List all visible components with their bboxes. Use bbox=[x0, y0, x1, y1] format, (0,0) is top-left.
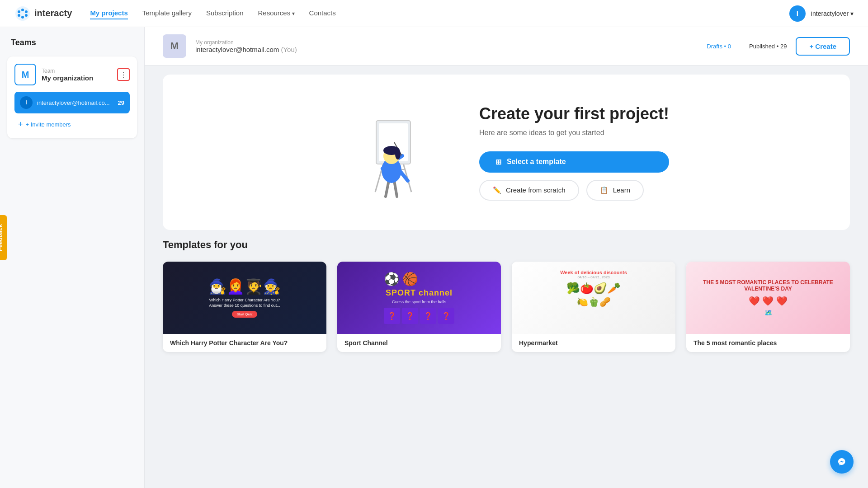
plus-icon: + bbox=[18, 120, 23, 129]
svg-point-0 bbox=[15, 6, 30, 21]
learn-button[interactable]: 📋 Learn bbox=[586, 180, 644, 201]
select-template-button[interactable]: ⊞ Select a template bbox=[479, 151, 669, 173]
create-button[interactable]: + Create bbox=[796, 37, 850, 56]
user-name-dropdown[interactable]: interactylover ▾ bbox=[811, 10, 854, 17]
template-name-hp: Which Harry Potter Character Are You? bbox=[163, 334, 326, 352]
nav-links: My projects Template gallery Subscriptio… bbox=[90, 7, 789, 19]
templates-section: Templates for you 🧙‍♂️👩‍🦰🧑‍🎓🧙 Which Harr… bbox=[145, 239, 868, 370]
hero-illustration bbox=[344, 102, 443, 203]
pencil-icon: ✏️ bbox=[493, 186, 501, 194]
member-count: 29 bbox=[118, 99, 124, 106]
secondary-buttons: ✏️ Create from scratch 📋 Learn bbox=[479, 180, 669, 201]
template-icon: ⊞ bbox=[495, 158, 501, 166]
main-layout: Teams M Team My organization ⋮ I interac… bbox=[0, 27, 868, 488]
invite-members-button[interactable]: + + Invite members bbox=[14, 118, 130, 131]
team-name: My organization bbox=[42, 74, 93, 82]
svg-point-1 bbox=[18, 10, 20, 13]
template-card-sport[interactable]: ⚽ 🏀 SPORT channel Guess the sport from t… bbox=[337, 262, 501, 352]
hero-title: Create your first project! bbox=[479, 104, 669, 123]
hero-subtitle: Here are some ideas to get you started bbox=[479, 129, 669, 137]
logo-text: interacty bbox=[34, 8, 72, 19]
template-thumb-romantic: THE 5 MOST ROMANTIC PLACES TO CELEBRATE … bbox=[686, 262, 850, 334]
template-thumb-hp: 🧙‍♂️👩‍🦰🧑‍🎓🧙 Which Harry Potter Character… bbox=[163, 262, 326, 334]
svg-point-3 bbox=[25, 10, 28, 13]
messenger-button[interactable] bbox=[830, 450, 854, 474]
navbar: interacty My projects Template gallery S… bbox=[0, 0, 868, 27]
template-name-sport: Sport Channel bbox=[337, 334, 501, 352]
messenger-icon bbox=[836, 456, 848, 468]
templates-title: Templates for you bbox=[163, 239, 850, 251]
team-label: Team bbox=[42, 68, 93, 74]
drafts-stat[interactable]: Drafts • 0 bbox=[707, 42, 731, 50]
sidebar-title: Teams bbox=[7, 38, 137, 47]
svg-point-2 bbox=[21, 9, 24, 11]
templates-grid: 🧙‍♂️👩‍🦰🧑‍🎓🧙 Which Harry Potter Character… bbox=[163, 262, 850, 352]
nav-resources[interactable]: Resources bbox=[258, 7, 295, 19]
org-avatar: M bbox=[163, 34, 186, 58]
member-email: interactylover@hotmail.co... bbox=[37, 99, 113, 106]
member-avatar: I bbox=[20, 96, 33, 109]
template-thumb-hyper: Week of delicious discounts 04/16 – 04/2… bbox=[512, 262, 675, 334]
template-card-hypermarket[interactable]: Week of delicious discounts 04/16 – 04/2… bbox=[512, 262, 675, 352]
template-card-romantic[interactable]: THE 5 MOST ROMANTIC PLACES TO CELEBRATE … bbox=[686, 262, 850, 352]
nav-contacts[interactable]: Contacts bbox=[309, 7, 336, 19]
navbar-right: I interactylover ▾ bbox=[789, 5, 854, 22]
template-name-hypermarket: Hypermarket bbox=[512, 334, 675, 352]
svg-point-6 bbox=[18, 14, 20, 17]
team-avatar: M bbox=[14, 64, 36, 85]
nav-template-gallery[interactable]: Template gallery bbox=[142, 7, 192, 19]
member-row[interactable]: I interactylover@hotmail.co... 29 bbox=[14, 92, 130, 113]
hero-svg bbox=[344, 102, 443, 201]
hero-section: Create your first project! Here are some… bbox=[163, 75, 850, 230]
svg-point-20 bbox=[395, 149, 401, 160]
team-menu-button[interactable]: ⋮ bbox=[117, 68, 130, 81]
sidebar: Teams M Team My organization ⋮ I interac… bbox=[0, 27, 145, 488]
user-avatar: I bbox=[789, 5, 806, 22]
org-header: M My organization interactylover@hotmail… bbox=[145, 27, 868, 66]
team-header: M Team My organization ⋮ bbox=[14, 64, 130, 85]
template-name-romantic: The 5 most romantic places bbox=[686, 334, 850, 352]
create-from-scratch-button[interactable]: ✏️ Create from scratch bbox=[479, 180, 579, 201]
main-content: M My organization interactylover@hotmail… bbox=[145, 27, 868, 488]
published-stat: Published • 29 bbox=[749, 42, 787, 50]
hero-text: Create your first project! Here are some… bbox=[479, 104, 669, 201]
logo[interactable]: interacty bbox=[14, 5, 72, 22]
org-info: My organization interactylover@hotmail.c… bbox=[195, 39, 698, 53]
feedback-tab[interactable]: Feedback bbox=[0, 215, 7, 260]
team-card: M Team My organization ⋮ I interactylove… bbox=[7, 56, 137, 138]
svg-point-21 bbox=[836, 456, 847, 467]
hero-actions: ⊞ Select a template ✏️ Create from scrat… bbox=[479, 151, 669, 201]
nav-subscription[interactable]: Subscription bbox=[206, 7, 244, 19]
org-name-label: My organization bbox=[195, 39, 698, 46]
template-card-harry-potter[interactable]: 🧙‍♂️👩‍🦰🧑‍🎓🧙 Which Harry Potter Character… bbox=[163, 262, 326, 352]
logo-icon bbox=[14, 5, 31, 22]
org-stats: Drafts • 0 Published • 29 bbox=[707, 42, 787, 50]
svg-line-12 bbox=[386, 181, 389, 197]
team-info: Team My organization bbox=[42, 68, 93, 82]
nav-my-projects[interactable]: My projects bbox=[90, 7, 127, 19]
template-thumb-sport: ⚽ 🏀 SPORT channel Guess the sport from t… bbox=[337, 262, 501, 334]
book-icon: 📋 bbox=[600, 186, 609, 194]
svg-line-13 bbox=[394, 181, 397, 197]
org-email: interactylover@hotmail.com (You) bbox=[195, 46, 698, 53]
svg-point-5 bbox=[21, 16, 24, 19]
svg-point-4 bbox=[25, 14, 28, 17]
team-header-left: M Team My organization bbox=[14, 64, 93, 85]
